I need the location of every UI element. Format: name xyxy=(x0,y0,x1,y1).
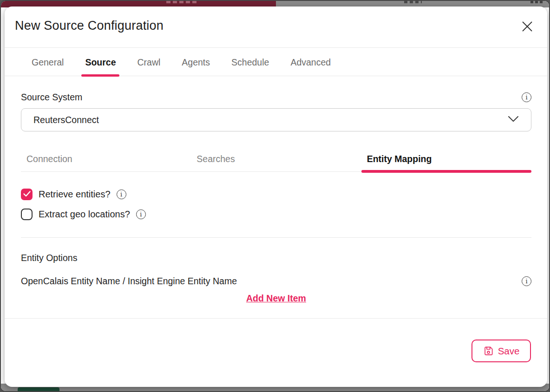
add-new-item-link[interactable]: Add New Item xyxy=(246,293,306,303)
entity-options-heading: Entity Options xyxy=(21,253,531,263)
source-system-label-row: Source System i xyxy=(21,92,531,103)
dialog-footer: Save xyxy=(5,318,547,377)
info-icon[interactable]: i xyxy=(522,276,531,286)
app-window: New Source Configuration General Source … xyxy=(0,0,550,392)
close-button[interactable] xyxy=(520,20,534,33)
tab-agents[interactable]: Agents xyxy=(177,48,215,76)
save-icon xyxy=(483,346,494,356)
backdrop-text-remnant xyxy=(166,1,197,3)
tab-crawl[interactable]: Crawl xyxy=(132,48,165,76)
save-button[interactable]: Save xyxy=(471,340,531,362)
check-icon xyxy=(23,190,31,199)
close-icon xyxy=(521,20,533,33)
info-icon[interactable]: i xyxy=(117,189,126,199)
tab-general[interactable]: General xyxy=(27,48,68,76)
info-icon[interactable]: i xyxy=(136,209,146,219)
extract-geo-checkbox[interactable] xyxy=(21,209,33,220)
dialog-title: New Source Configuration xyxy=(15,19,164,33)
save-button-label: Save xyxy=(498,346,520,357)
tab-source[interactable]: Source xyxy=(80,48,120,76)
backdrop-green-button xyxy=(18,387,59,391)
new-source-configuration-dialog: New Source Configuration General Source … xyxy=(5,7,547,387)
source-system-label: Source System xyxy=(21,92,82,103)
dialog-tab-bar: General Source Crawl Agents Schedule Adv… xyxy=(5,48,547,76)
tab-schedule[interactable]: Schedule xyxy=(227,48,274,76)
retrieve-entities-label: Retrieve entities? xyxy=(39,189,111,200)
chevron-down-icon xyxy=(508,116,519,124)
info-icon[interactable]: i xyxy=(522,92,531,102)
tab-advanced[interactable]: Advanced xyxy=(286,48,335,76)
subtab-entity-mapping[interactable]: Entity Mapping xyxy=(361,150,531,171)
retrieve-entities-row: Retrieve entities? i xyxy=(21,189,531,200)
backdrop-text-remnant xyxy=(530,1,543,3)
extract-geo-row: Extract geo locations? i xyxy=(21,209,531,220)
subtab-connection[interactable]: Connection xyxy=(21,150,191,171)
entity-mapping-label: OpenCalais Entity Name / Insight Engine … xyxy=(21,276,237,287)
source-system-select[interactable]: ReutersConnect xyxy=(21,108,531,131)
subtab-searches[interactable]: Searches xyxy=(191,150,361,171)
source-subtab-bar: Connection Searches Entity Mapping xyxy=(21,150,531,172)
extract-geo-label: Extract geo locations? xyxy=(39,209,130,220)
entity-mapping-label-row: OpenCalais Entity Name / Insight Engine … xyxy=(21,276,531,287)
dialog-header: New Source Configuration xyxy=(5,7,547,48)
add-new-item-row: Add New Item xyxy=(21,293,531,304)
section-divider xyxy=(21,237,531,238)
source-system-selected-value: ReutersConnect xyxy=(33,115,99,125)
backdrop-text-remnant xyxy=(404,1,422,3)
retrieve-entities-checkbox[interactable] xyxy=(21,189,33,200)
tab-panel-source: Source System i ReutersConnect Connectio… xyxy=(5,92,547,304)
